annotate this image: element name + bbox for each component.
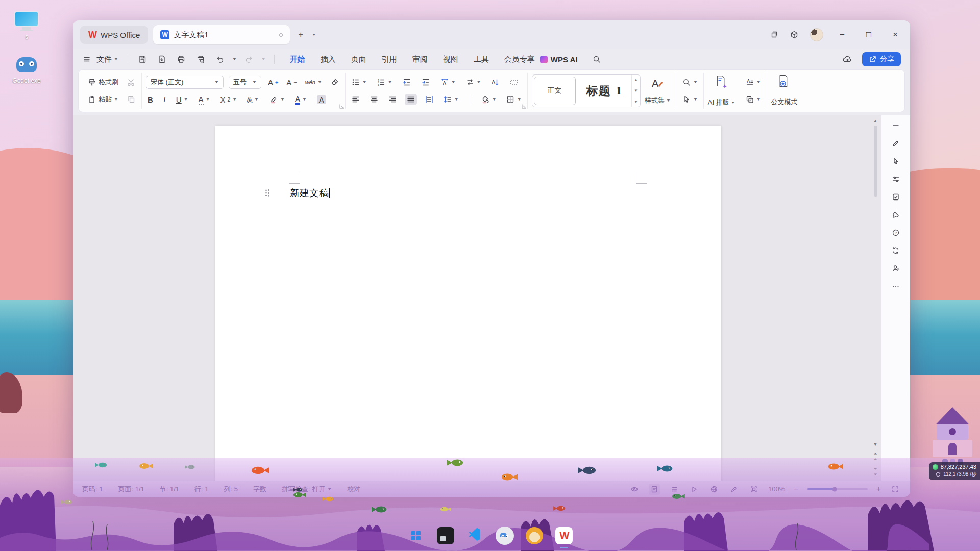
status-item-5[interactable]: 字数 xyxy=(253,485,266,494)
font-name-select[interactable]: 宋体 (正文) ▼ xyxy=(146,76,224,89)
document-text[interactable]: 新建文稿 xyxy=(290,187,330,200)
emphasis-mark-button[interactable]: A▼ xyxy=(197,94,212,106)
numbered-list-button[interactable]: 123▼ xyxy=(375,77,394,88)
status-item-0[interactable]: 页码: 1 xyxy=(82,485,103,494)
save-icon[interactable] xyxy=(135,53,150,66)
show-marks-button[interactable] xyxy=(508,77,520,88)
cloud-upload-icon[interactable] xyxy=(842,55,854,64)
hamster-app-icon[interactable] xyxy=(524,525,545,546)
scroll-down-icon[interactable]: ▼ xyxy=(873,442,878,447)
spellcheck-status[interactable]: 拼写检查: 打开▼ xyxy=(282,485,332,494)
settings-sliders-icon[interactable] xyxy=(892,175,900,183)
align-right-button[interactable] xyxy=(386,94,399,105)
ribbon-tab-2[interactable]: 页面 xyxy=(351,55,366,64)
zoom-slider[interactable] xyxy=(807,488,868,490)
page[interactable]: 新建文稿 xyxy=(215,126,721,481)
ribbon-tab-0[interactable]: 开始 xyxy=(290,55,305,64)
share-button[interactable]: 分享 xyxy=(862,52,901,66)
status-item-3[interactable]: 行: 1 xyxy=(194,485,208,494)
document-tab[interactable]: W 文字文稿1 xyxy=(153,25,290,44)
fullscreen-icon[interactable] xyxy=(890,484,901,495)
desktop-icon-s[interactable]: s xyxy=(5,11,48,40)
maximize-button[interactable]: □ xyxy=(861,30,876,40)
increase-indent-button[interactable] xyxy=(420,77,432,88)
sort-button[interactable]: A xyxy=(489,77,501,88)
status-item-4[interactable]: 列: 5 xyxy=(224,485,238,494)
char-scale-button[interactable]: A▼ xyxy=(438,77,457,88)
multi-window-icon[interactable] xyxy=(769,30,778,39)
style-heading1[interactable]: 标题 1 xyxy=(577,75,632,107)
read-mode-icon[interactable] xyxy=(689,484,700,495)
undo-icon[interactable] xyxy=(213,53,227,66)
shrink-font-button[interactable]: A− xyxy=(285,77,298,88)
zoom-slider-thumb[interactable] xyxy=(832,487,837,491)
font-color-button[interactable]: A▼ xyxy=(293,94,308,106)
bold-button[interactable]: B xyxy=(146,94,155,105)
ai-layout-button[interactable]: AI 排版▼ xyxy=(708,74,736,107)
doc-check-icon[interactable] xyxy=(892,193,900,201)
document-canvas[interactable]: 新建文稿 ▲ ▼ ⏶⏶ ⏷⏷ xyxy=(73,115,881,481)
superscript-button[interactable]: X2▼ xyxy=(219,94,239,105)
scrollbar-thumb[interactable] xyxy=(874,126,877,197)
redo-chevron-icon[interactable]: ▼ xyxy=(261,57,266,61)
select-cursor-icon[interactable] xyxy=(892,157,900,165)
ribbon-tab-7[interactable]: 会员专享 xyxy=(504,55,535,64)
ribbon-tab-4[interactable]: 审阅 xyxy=(412,55,428,64)
next-page-icon[interactable]: ⏷⏷ xyxy=(873,466,877,478)
prev-page-icon[interactable]: ⏶⏶ xyxy=(873,451,877,462)
ribbon-tab-5[interactable]: 视图 xyxy=(443,55,458,64)
new-tab-button[interactable]: + xyxy=(294,28,307,41)
tools-wrench-icon[interactable] xyxy=(892,211,900,219)
user-avatar[interactable] xyxy=(810,28,823,41)
tab-list-chevron-icon[interactable]: ▼ xyxy=(307,30,321,40)
web-view-icon[interactable] xyxy=(708,484,720,495)
copy-icon[interactable] xyxy=(125,94,137,105)
cut-icon[interactable] xyxy=(125,77,137,88)
underline-button[interactable]: U▼ xyxy=(175,94,190,105)
invite-user-icon[interactable] xyxy=(892,264,900,272)
sign-pen-icon[interactable] xyxy=(892,139,900,147)
eye-protect-icon[interactable] xyxy=(629,484,640,495)
distribute-button[interactable] xyxy=(423,94,435,105)
tab-modified-dot[interactable] xyxy=(279,33,283,37)
grow-font-button[interactable]: A+ xyxy=(266,77,280,88)
ink-pen-icon[interactable] xyxy=(728,484,740,495)
zoom-in-button[interactable]: + xyxy=(876,485,881,494)
zoom-out-button[interactable]: − xyxy=(794,485,798,494)
status-item-1[interactable]: 页面: 1/1 xyxy=(118,485,144,494)
export-pdf-icon[interactable] xyxy=(155,53,169,66)
format-painter-button[interactable]: 格式刷 xyxy=(86,77,120,88)
select-button[interactable]: ▼ xyxy=(680,94,699,105)
paragraph-dialog-launcher-icon[interactable] xyxy=(522,104,526,109)
vertical-scrollbar[interactable]: ▲ ▼ ⏶⏶ ⏷⏷ xyxy=(872,118,879,478)
sync-icon[interactable] xyxy=(892,246,900,255)
start-button[interactable] xyxy=(406,525,426,546)
vscode-app-icon[interactable] xyxy=(465,525,485,546)
wps-ai-tab[interactable]: WPS AI xyxy=(540,55,578,64)
coin-counter-widget[interactable]: 87,827,237.43 112,173.98 /秒 xyxy=(929,462,980,480)
align-left-button[interactable] xyxy=(350,94,362,105)
styles-gallery-arrows[interactable]: ▲▼▼ xyxy=(631,75,640,107)
highlight-button[interactable]: ▼ xyxy=(267,94,286,105)
print-icon[interactable] xyxy=(174,53,188,66)
paste-button[interactable]: 粘贴 ▼ xyxy=(86,94,120,105)
app-center-icon[interactable] xyxy=(790,30,799,39)
italic-button[interactable]: I xyxy=(162,94,167,105)
char-shading-button[interactable]: A xyxy=(315,94,328,105)
ribbon-tab-1[interactable]: 插入 xyxy=(321,55,336,64)
text-effects-button[interactable]: A▼ xyxy=(246,94,260,105)
ribbon-tab-6[interactable]: 工具 xyxy=(474,55,489,64)
ribbon-tab-3[interactable]: 引用 xyxy=(382,55,397,64)
help-icon[interactable]: ? xyxy=(892,229,900,237)
status-item-2[interactable]: 节: 1/1 xyxy=(160,485,179,494)
borders-button[interactable]: ▼ xyxy=(504,94,523,105)
godot-app-icon[interactable] xyxy=(495,525,515,546)
zoom-percent[interactable]: 100% xyxy=(768,485,785,493)
global-menu-icon[interactable] xyxy=(82,55,91,64)
justify-button[interactable] xyxy=(405,94,417,105)
outline-view-icon[interactable] xyxy=(669,484,680,495)
bullet-list-button[interactable]: ▼ xyxy=(350,77,369,88)
wps-app-icon[interactable]: W xyxy=(554,525,574,546)
cjk-layout-button[interactable]: ▼ xyxy=(464,77,483,88)
style-set-button[interactable]: A 样式集▼ xyxy=(644,74,672,107)
